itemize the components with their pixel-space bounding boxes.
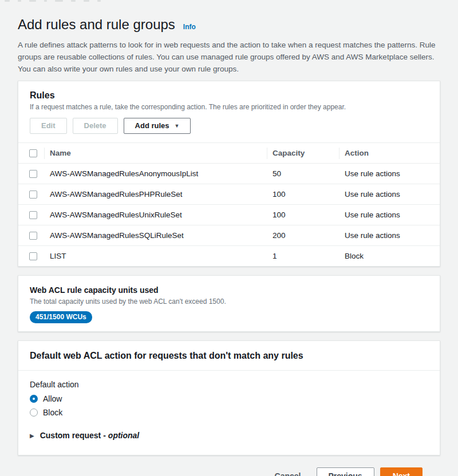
clipped-text-artifact bbox=[5, 0, 101, 2]
rule-action: Use rule actions bbox=[339, 225, 440, 246]
column-header-capacity[interactable]: Capacity bbox=[267, 143, 339, 164]
radio-unselected-icon[interactable] bbox=[30, 408, 38, 416]
next-button[interactable]: Next bbox=[380, 467, 423, 476]
custom-request-expander[interactable]: ▶ Custom request -optional bbox=[30, 431, 428, 440]
rules-table: Name Capacity Action AWS-AWSManagedRules… bbox=[18, 142, 440, 266]
row-checkbox[interactable] bbox=[29, 252, 37, 260]
radio-selected-icon[interactable] bbox=[30, 395, 38, 403]
radio-option-block-label: Block bbox=[43, 408, 62, 417]
row-checkbox[interactable] bbox=[29, 170, 37, 178]
info-link[interactable]: Info bbox=[183, 23, 196, 31]
rules-panel-description: If a request matches a rule, take the co… bbox=[30, 102, 428, 112]
rule-capacity: 100 bbox=[267, 184, 339, 205]
page-header: Add rules and rule groups Info bbox=[18, 16, 440, 33]
rules-panel: Rules If a request matches a rule, take … bbox=[18, 81, 440, 267]
capacity-panel: Web ACL rule capacity units used The tot… bbox=[18, 275, 440, 332]
cancel-button[interactable]: Cancel bbox=[275, 471, 301, 476]
rule-name: AWS-AWSManagedRulesAnonymousIpList bbox=[44, 164, 267, 184]
custom-request-expander-label: Custom request -optional bbox=[40, 431, 140, 440]
expand-right-icon: ▶ bbox=[30, 433, 34, 439]
wizard-footer: Cancel Previous Next bbox=[35, 467, 423, 476]
rule-action: Block bbox=[339, 246, 440, 267]
rules-panel-title: Rules bbox=[30, 90, 428, 101]
row-checkbox[interactable] bbox=[29, 232, 37, 240]
table-row: AWS-AWSManagedRulesSQLiRuleSet 200 Use r… bbox=[18, 225, 440, 246]
rule-name: AWS-AWSManagedRulesPHPRuleSet bbox=[44, 184, 267, 205]
edit-button[interactable]: Edit bbox=[30, 118, 67, 134]
select-all-checkbox[interactable] bbox=[29, 149, 37, 157]
column-header-action[interactable]: Action bbox=[339, 143, 440, 164]
rule-name: AWS-AWSManagedRulesUnixRuleSet bbox=[44, 205, 267, 225]
table-row: LIST 1 Block bbox=[18, 246, 440, 267]
delete-button[interactable]: Delete bbox=[73, 118, 118, 134]
rule-capacity: 1 bbox=[267, 246, 339, 267]
default-action-label: Default action bbox=[30, 380, 79, 389]
rule-capacity: 100 bbox=[267, 205, 339, 225]
page-description: A rule defines attack patterns to look f… bbox=[18, 39, 439, 75]
radio-option-block[interactable]: Block bbox=[30, 408, 428, 417]
rule-action: Use rule actions bbox=[339, 205, 440, 225]
previous-button[interactable]: Previous bbox=[317, 467, 374, 476]
column-header-name[interactable]: Name bbox=[44, 143, 267, 164]
rule-action: Use rule actions bbox=[339, 184, 440, 205]
table-row: AWS-AWSManagedRulesAnonymousIpList 50 Us… bbox=[18, 164, 440, 184]
default-action-panel: Default web ACL action for requests that… bbox=[18, 340, 440, 455]
rule-name: LIST bbox=[44, 246, 267, 267]
default-action-panel-title: Default web ACL action for requests that… bbox=[30, 350, 428, 362]
table-row: AWS-AWSManagedRulesUnixRuleSet 100 Use r… bbox=[18, 205, 440, 225]
add-rules-button-label: Add rules bbox=[135, 121, 169, 130]
radio-option-allow[interactable]: Allow bbox=[30, 394, 428, 403]
caret-down-icon: ▼ bbox=[175, 123, 180, 129]
page-title: Add rules and rule groups bbox=[18, 16, 175, 33]
capacity-panel-title: Web ACL rule capacity units used bbox=[30, 285, 428, 295]
add-rules-button[interactable]: Add rules▼ bbox=[124, 118, 191, 134]
table-header-row: Name Capacity Action bbox=[18, 143, 440, 164]
radio-option-allow-label: Allow bbox=[43, 394, 62, 403]
rule-capacity: 200 bbox=[267, 225, 339, 246]
wcu-capacity-badge: 451/1500 WCUs bbox=[30, 311, 92, 323]
rule-capacity: 50 bbox=[267, 164, 339, 184]
capacity-panel-description: The total capacity units used by the web… bbox=[30, 297, 428, 306]
row-checkbox[interactable] bbox=[29, 211, 37, 219]
rule-name: AWS-AWSManagedRulesSQLiRuleSet bbox=[44, 225, 267, 246]
row-checkbox[interactable] bbox=[29, 191, 37, 199]
rule-action: Use rule actions bbox=[339, 164, 440, 184]
table-row: AWS-AWSManagedRulesPHPRuleSet 100 Use ru… bbox=[18, 184, 440, 205]
